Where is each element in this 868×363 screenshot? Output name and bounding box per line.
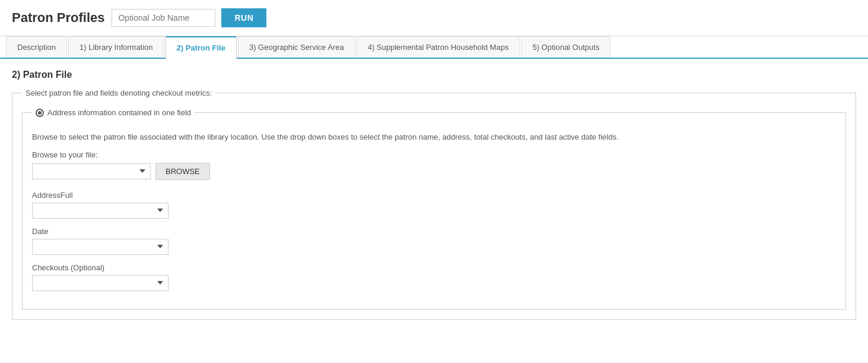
date-label: Date xyxy=(32,227,836,236)
address-full-label: AddressFull xyxy=(32,191,836,200)
tab-optional-outputs[interactable]: 5) Optional Outputs xyxy=(521,36,611,58)
tab-description[interactable]: Description xyxy=(6,36,67,58)
browse-row: BROWSE xyxy=(32,163,836,180)
address-full-group: AddressFull xyxy=(32,191,836,219)
checkouts-optional-select[interactable] xyxy=(32,275,168,291)
file-select[interactable] xyxy=(32,163,151,179)
tab-geographic-service-area[interactable]: 3) Geographic Service Area xyxy=(238,36,355,58)
outer-fieldset: Select patron file and fields denoting c… xyxy=(12,89,856,320)
inner-fieldset-legend: Address information contained in one fie… xyxy=(32,108,195,117)
header: Patron Profiles RUN xyxy=(0,0,868,36)
address-full-select[interactable] xyxy=(32,203,168,219)
app-title: Patron Profiles xyxy=(12,10,104,26)
outer-fieldset-legend: Select patron file and fields denoting c… xyxy=(22,89,215,97)
date-select[interactable] xyxy=(32,239,168,255)
browse-button[interactable]: BROWSE xyxy=(155,163,210,180)
tab-bar: Description 1) Library Information 2) Pa… xyxy=(0,36,868,59)
checkouts-optional-label: Checkouts (Optional) xyxy=(32,263,836,272)
tab-library-information[interactable]: 1) Library Information xyxy=(68,36,164,58)
address-radio[interactable] xyxy=(36,109,44,117)
main-content: 2) Patron File Select patron file and fi… xyxy=(0,59,868,336)
tab-patron-file[interactable]: 2) Patron File xyxy=(166,36,237,59)
inner-fieldset: Address information contained in one fie… xyxy=(22,108,846,310)
job-name-input[interactable] xyxy=(112,9,215,27)
browse-description: Browse to select the patron file associa… xyxy=(32,131,836,143)
section-title: 2) Patron File xyxy=(12,70,856,80)
checkouts-optional-group: Checkouts (Optional) xyxy=(32,263,836,291)
tab-supplemental-patron-household-maps[interactable]: 4) Supplemental Patron Household Maps xyxy=(357,36,520,58)
browse-label: Browse to your file: xyxy=(32,150,836,159)
date-group: Date xyxy=(32,227,836,255)
run-button[interactable]: RUN xyxy=(221,8,266,27)
